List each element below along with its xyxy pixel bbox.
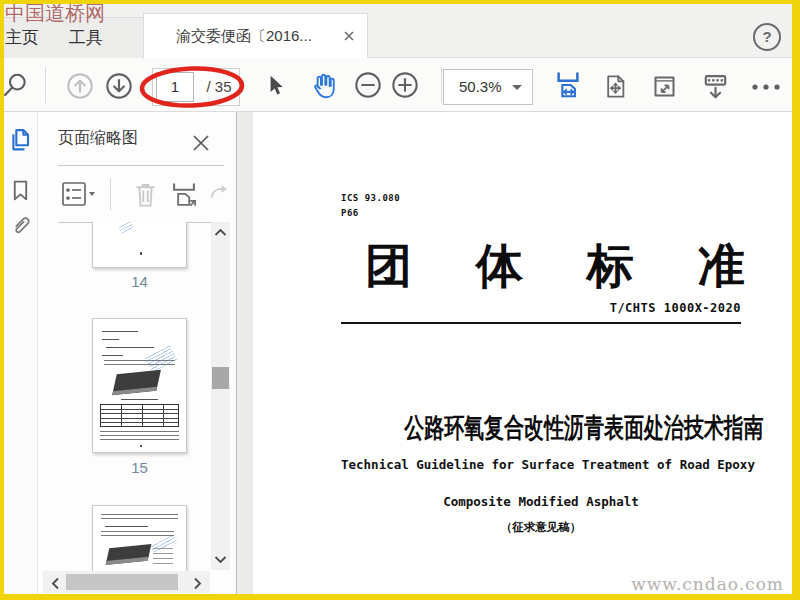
bookmarks-icon[interactable] xyxy=(8,178,33,203)
thumbnail-art xyxy=(101,531,174,536)
thumbnails-panel: 页面缩略图 14 xyxy=(39,112,237,594)
standard-type-char: 团 xyxy=(365,240,412,292)
doc-draft-note: （征求意见稿） xyxy=(341,520,741,535)
thumbnail-art xyxy=(100,431,178,443)
next-page-icon[interactable] xyxy=(105,72,133,100)
standard-type-char: 标 xyxy=(587,240,634,292)
site-watermark-bottom: www.cndao.com xyxy=(631,574,784,594)
document-tab-title: 渝交委便函〔2016... xyxy=(176,27,312,46)
close-icon[interactable] xyxy=(190,132,212,154)
thumbnail-art xyxy=(106,347,154,349)
site-watermark-top: 中国道桥网 xyxy=(5,0,105,27)
thumbnail-art xyxy=(105,526,148,528)
pdf-reader-window: 主页 工具 渝交委便函〔2016... ? 1 / 35 xyxy=(4,4,792,594)
tab-bar: 主页 工具 渝交委便函〔2016... ? xyxy=(4,4,792,58)
thumbnail-art xyxy=(118,222,134,234)
standard-type-char: 体 xyxy=(476,240,523,292)
hand-tool-icon[interactable] xyxy=(307,71,337,101)
zoom-out-icon[interactable] xyxy=(354,71,382,99)
vertical-scrollbar-thumb[interactable] xyxy=(212,367,229,389)
thumbnail-art xyxy=(140,252,142,255)
scroll-mode-icon[interactable] xyxy=(700,71,731,102)
navigation-panel-strip xyxy=(4,112,38,594)
scroll-down-icon[interactable] xyxy=(214,555,227,564)
page-count-label: / 35 xyxy=(200,69,238,105)
scroll-up-icon[interactable] xyxy=(214,228,227,237)
panel-toolbar-divider xyxy=(110,178,111,210)
delete-icon[interactable] xyxy=(132,180,159,209)
doc-standard-type: 团 体 标 准 xyxy=(365,240,745,292)
thumbnail-page-number: 14 xyxy=(92,273,187,290)
options-icon[interactable] xyxy=(61,181,95,207)
more-tools-icon[interactable] xyxy=(749,80,783,94)
fit-page-icon[interactable] xyxy=(602,73,629,100)
rotate-icon[interactable] xyxy=(209,184,231,206)
thumbnail-page-14[interactable] xyxy=(92,222,187,268)
panel-divider xyxy=(58,165,224,166)
doc-classification-code: P66 xyxy=(341,208,359,218)
chevron-down-icon xyxy=(512,85,522,90)
fit-width-icon[interactable] xyxy=(553,70,583,100)
panel-title: 页面缩略图 xyxy=(58,128,138,149)
toolbar-divider xyxy=(45,67,46,103)
standard-type-char: 准 xyxy=(698,240,745,292)
thumbnail-art xyxy=(105,544,151,565)
thumbnail-page-number: 15 xyxy=(92,459,187,476)
resize-pages-icon[interactable] xyxy=(169,181,199,209)
thumbnail-art xyxy=(145,345,177,372)
attachments-icon[interactable] xyxy=(8,213,33,238)
actual-size-icon[interactable] xyxy=(651,73,678,100)
thumbnail-art xyxy=(112,370,161,396)
thumbnail-page-16[interactable] xyxy=(92,505,187,571)
doc-title-english-line1: Technical Guideline for Surface Treatmen… xyxy=(341,457,741,472)
thumbnails-horizontal-scrollbar[interactable] xyxy=(43,571,210,593)
search-icon[interactable] xyxy=(4,71,29,99)
close-icon[interactable] xyxy=(341,28,357,44)
horizontal-scrollbar-thumb[interactable] xyxy=(66,574,178,590)
doc-standard-number: T/CHTS 1000X-2020 xyxy=(341,301,741,315)
thumbnail-art xyxy=(100,404,178,427)
tab-home[interactable]: 主页 xyxy=(5,26,39,49)
thumbnails-vertical-scrollbar[interactable] xyxy=(211,222,230,570)
thumbnail-art xyxy=(101,514,177,521)
scroll-right-icon[interactable] xyxy=(193,577,202,590)
help-icon[interactable]: ? xyxy=(753,23,781,51)
page-thumbnails-icon[interactable] xyxy=(7,126,35,154)
previous-page-icon[interactable] xyxy=(66,72,94,100)
toolbar: 1 / 35 50.3% xyxy=(4,58,792,112)
toolbar-divider xyxy=(441,67,442,103)
zoom-level-dropdown[interactable]: 50.3% xyxy=(443,69,533,105)
thumbnail-art xyxy=(121,399,158,400)
thumbnail-art xyxy=(153,548,173,566)
zoom-in-icon[interactable] xyxy=(391,71,419,99)
document-tab[interactable]: 渝交委便函〔2016... xyxy=(143,13,368,59)
select-arrow-icon[interactable] xyxy=(263,73,289,99)
doc-ics-code: ICS 93.080 xyxy=(341,193,400,203)
doc-title-english-line2: Composite Modified Asphalt xyxy=(341,494,741,509)
thumbnail-art xyxy=(102,355,122,357)
page-navigation-box: 1 / 35 xyxy=(152,68,240,106)
thumbnail-art xyxy=(140,445,142,447)
doc-horizontal-rule xyxy=(341,322,741,324)
tab-tools[interactable]: 工具 xyxy=(69,26,103,49)
doc-title-chinese-text: 公路环氧复合改性沥青表面处治技术指南 xyxy=(404,410,764,446)
thumbnail-art xyxy=(102,331,137,333)
thumbnail-art xyxy=(102,339,119,341)
thumbnail-page-15[interactable] xyxy=(92,318,187,453)
zoom-level-value: 50.3% xyxy=(459,70,502,104)
page-number-input[interactable]: 1 xyxy=(156,72,194,102)
doc-title-chinese: 公路环氧复合改性沥青表面处治技术指南 xyxy=(341,410,741,446)
scroll-left-icon[interactable] xyxy=(51,577,60,590)
